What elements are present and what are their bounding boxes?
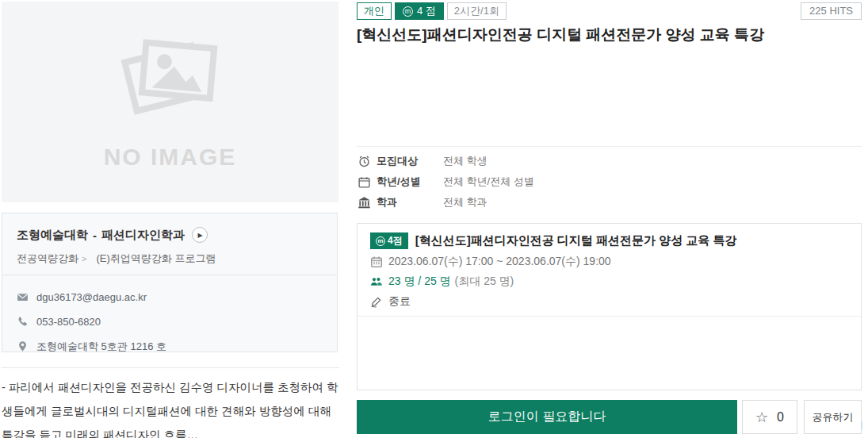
session-card-header: m 4점 [혁신선도]패션디자인전공 디지털 패션전문가 양성 교육 특강 [370, 232, 848, 249]
divider [357, 146, 862, 147]
capacity-current: 23 명 / 25 명 [388, 275, 451, 289]
no-image-icon [118, 34, 223, 123]
mileage-icon: m [376, 236, 385, 246]
program-description: - 파리에서 패션디자인을 전공하신 김수영 디자이너를 초청하여 학생들에게 … [2, 367, 339, 438]
contact-phone: 053-850-6820 [36, 316, 101, 328]
session-status-row: 종료 [370, 294, 848, 309]
session-date-row: 2023.06.07(수) 17:00 ~ 2023.06.07(수) 19:0… [370, 255, 848, 269]
department-name-row: 조형예술대학 - 패션디자인학과 ▶ [17, 227, 323, 243]
info-label: 학과 [377, 195, 443, 209]
info-label: 모집대상 [377, 154, 443, 168]
session-score-badge: m 4점 [370, 232, 408, 249]
star-icon: ☆ [755, 410, 768, 425]
play-icon: ▶ [197, 232, 202, 239]
contact-location: 조형예술대학 5호관 1216 호 [36, 340, 166, 354]
phone-icon [17, 316, 29, 328]
contact-row-email: dgu36173@daegu.ac.kr [17, 285, 323, 309]
program-type-label: (E)취업역량강화 프로그램 [96, 252, 216, 266]
page-title: [혁신선도]패션디자인전공 디지털 패션전문가 양성 교육 특강 [357, 25, 848, 45]
program-category-row: 전공역량강화 > (E)취업역량강화 프로그램 [17, 252, 323, 266]
type-badge: 개인 [357, 2, 392, 20]
calendar-icon [370, 256, 383, 268]
session-score-label: 4점 [388, 234, 403, 248]
info-label: 학년/성별 [377, 175, 443, 189]
hits-badge: 225 HITS [801, 2, 862, 20]
favorite-count: 0 [777, 410, 784, 425]
divider [358, 316, 861, 317]
mail-icon [17, 291, 29, 303]
program-image-placeholder: NO IMAGE [2, 2, 338, 202]
share-button[interactable]: 공유하기 [804, 400, 862, 434]
score-badge-label: 4 점 [417, 3, 436, 19]
session-title: [혁신선도]패션디자인전공 디지털 패션전문가 양성 교육 특강 [415, 233, 737, 248]
favorite-button[interactable]: ☆ 0 [742, 400, 797, 434]
map-pin-icon [17, 340, 29, 352]
chevron-right-icon: > [82, 254, 86, 263]
pen-icon [370, 295, 383, 308]
info-value: 전체 학생 [443, 154, 488, 168]
session-capacity-row: 23 명 / 25 명 (최대 25 명) [370, 275, 848, 289]
capacity-max: (최대 25 명) [455, 275, 514, 289]
college-name: 조형예술대학 [17, 228, 88, 243]
info-value: 전체 학년/전체 성별 [443, 175, 534, 189]
score-badge: m 4 점 [395, 2, 444, 20]
info-row-target: 모집대상 전체 학생 [358, 151, 833, 171]
program-detail-page: NO IMAGE 개인 m 4 점 2시간/1회 225 HITS [혁신선도]… [0, 0, 868, 438]
session-date: 2023.06.07(수) 17:00 ~ 2023.06.07(수) 19:0… [388, 255, 611, 269]
program-info-list: 모집대상 전체 학생 학년/성별 전체 학년/전체 성별 학과 전체 학과 [358, 151, 833, 213]
hours-badge: 2시간/1회 [447, 2, 507, 20]
info-row-department: 학과 전체 학과 [358, 192, 833, 213]
name-separator: - [93, 229, 97, 242]
department-header: 조형예술대학 - 패션디자인학과 ▶ 전공역량강화 > (E)취업역량강화 프로… [2, 213, 337, 275]
people-icon [370, 275, 383, 288]
contact-email: dgu36173@daegu.ac.kr [36, 291, 147, 303]
expand-play-button[interactable]: ▶ [192, 227, 208, 243]
contact-row-phone: 053-850-6820 [17, 309, 323, 334]
clock-icon [358, 155, 371, 168]
contact-row-location: 조형예술대학 5호관 1216 호 [17, 334, 323, 359]
program-badges: 개인 m 4 점 2시간/1회 [357, 2, 507, 20]
bank-icon [358, 196, 371, 209]
category-label: 전공역량강화 [17, 252, 78, 266]
calendar-icon [358, 175, 371, 189]
info-row-grade-gender: 학년/성별 전체 학년/전체 성별 [358, 171, 833, 192]
session-status: 종료 [388, 294, 411, 309]
department-panel: 조형예술대학 - 패션디자인학과 ▶ 전공역량강화 > (E)취업역량강화 프로… [2, 213, 338, 352]
login-required-button[interactable]: 로그인이 필요합니다 [357, 400, 737, 434]
department-name: 패션디자인학과 [101, 228, 185, 243]
contact-list: dgu36173@daegu.ac.kr 053-850-6820 조형예술대학… [2, 275, 337, 359]
info-value: 전체 학과 [443, 195, 488, 209]
no-image-label: NO IMAGE [104, 144, 237, 171]
session-card: m 4점 [혁신선도]패션디자인전공 디지털 패션전문가 양성 교육 특강 20… [357, 223, 862, 390]
mileage-icon: m [403, 6, 413, 17]
